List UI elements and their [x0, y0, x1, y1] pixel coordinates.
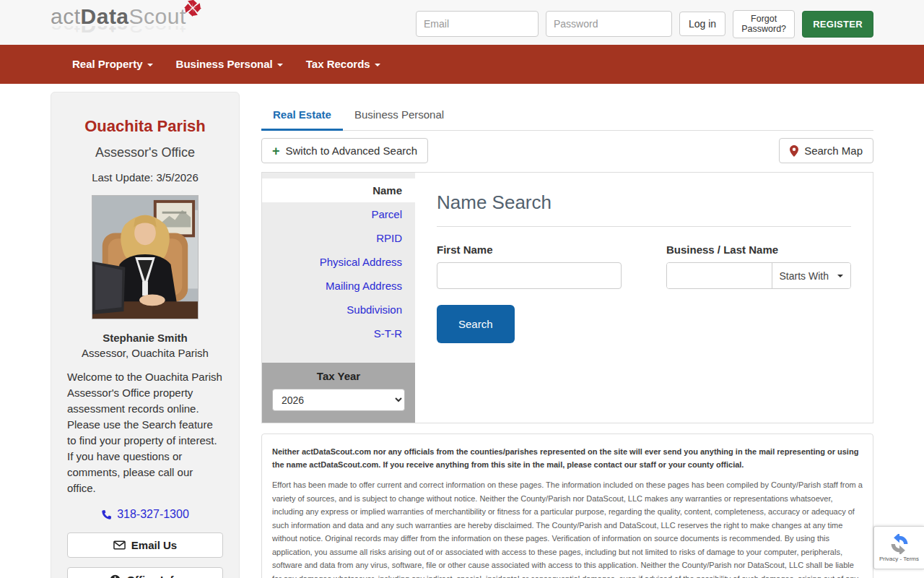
main-navbar: Real Property Business Personal Tax Reco…	[0, 45, 924, 84]
menu-item-parcel[interactable]: Parcel	[262, 202, 415, 226]
search-panel: Name Parcel RPID Physical Address Mailin…	[261, 172, 873, 423]
office-title: Assessor's Office	[67, 145, 223, 160]
search-map-button[interactable]: Search Map	[779, 138, 873, 163]
first-name-input[interactable]	[437, 262, 622, 289]
menu-item-physical-address[interactable]: Physical Address	[262, 250, 415, 274]
search-button[interactable]: Search	[437, 305, 515, 343]
disclaimer-notice: Neither actDataScout.com nor any officia…	[272, 445, 863, 471]
menu-item-name[interactable]: Name	[262, 178, 415, 202]
tab-bar: Real Estate Business Personal	[261, 101, 873, 131]
welcome-text: Welcome to the Ouachita Parish Assessor'…	[67, 369, 223, 496]
email-us-button[interactable]: Email Us	[67, 532, 223, 558]
password-input[interactable]	[546, 11, 672, 37]
assessor-photo	[92, 195, 199, 319]
forgot-password-button[interactable]: Forgot Password?	[733, 10, 795, 38]
recaptcha-icon	[889, 534, 910, 554]
menu-item-subdivision[interactable]: Subdivision	[262, 298, 415, 322]
site-header: actDataScout actDataScout Log	[0, 0, 924, 45]
starts-with-dropdown[interactable]: Starts With	[772, 263, 850, 288]
login-bar: Log in Forgot Password? REGISTER	[416, 10, 873, 38]
tab-business-personal[interactable]: Business Personal	[343, 101, 456, 130]
chevron-down-icon	[147, 64, 153, 66]
last-update: Last Update: 3/5/2026	[67, 171, 223, 184]
logo-reflection: actDataScout	[51, 26, 202, 36]
main-content: Real Estate Business Personal + Switch t…	[261, 101, 873, 578]
phone-icon	[101, 509, 112, 520]
disclaimer-body: Effort has been made to offer current an…	[272, 478, 863, 578]
menu-item-str[interactable]: S-T-R	[262, 322, 415, 345]
chevron-down-icon	[277, 64, 283, 66]
register-button[interactable]: REGISTER	[802, 11, 873, 38]
envelope-icon	[113, 540, 126, 550]
site-logo[interactable]: actDataScout actDataScout	[51, 6, 202, 36]
tax-year-label: Tax Year	[272, 370, 405, 382]
assessor-title: Assessor, Ouachita Parish	[67, 347, 223, 359]
form-title: Name Search	[437, 191, 851, 214]
assessor-name: Stephanie Smith	[67, 332, 223, 344]
divider	[437, 226, 851, 227]
nav-business-personal[interactable]: Business Personal	[165, 45, 295, 84]
last-name-input[interactable]	[667, 263, 772, 288]
tab-real-estate[interactable]: Real Estate	[261, 101, 343, 131]
search-toolbar: + Switch to Advanced Search Search Map	[261, 138, 873, 163]
menu-item-rpid[interactable]: RPID	[262, 226, 415, 250]
chevron-down-icon	[375, 64, 380, 66]
nav-real-property[interactable]: Real Property	[61, 45, 165, 84]
logo-text: actDataScout	[51, 6, 202, 27]
email-input[interactable]	[416, 11, 539, 37]
recaptcha-badge[interactable]: Privacy - Terms	[873, 526, 924, 569]
disclaimer-panel: Neither actDataScout.com nor any officia…	[261, 434, 873, 578]
recaptcha-privacy-terms[interactable]: Privacy - Terms	[879, 556, 919, 562]
tax-year-section: Tax Year 2026	[262, 363, 415, 423]
map-pin-icon	[790, 145, 798, 157]
plus-icon: +	[272, 146, 280, 156]
nav-tax-records[interactable]: Tax Records	[295, 45, 392, 84]
chevron-down-icon	[837, 275, 843, 277]
first-name-label: First Name	[437, 243, 622, 256]
login-button[interactable]: Log in	[679, 12, 725, 36]
last-name-label: Business / Last Name	[666, 243, 851, 256]
county-title: Ouachita Parish	[67, 117, 223, 136]
office-info-button[interactable]: Office Info	[67, 567, 223, 578]
advanced-search-button[interactable]: + Switch to Advanced Search	[261, 138, 428, 163]
phone-link[interactable]: 318-327-1300	[101, 508, 189, 521]
name-search-form: Name Search First Name Business / Last N…	[415, 173, 873, 423]
pinwheel-icon	[183, 0, 202, 17]
search-type-menu: Name Parcel RPID Physical Address Mailin…	[262, 173, 415, 423]
assessor-sidebar: Ouachita Parish Assessor's Office Last U…	[51, 92, 240, 578]
tax-year-select[interactable]: 2026	[272, 389, 405, 411]
menu-item-mailing-address[interactable]: Mailing Address	[262, 274, 415, 298]
info-icon	[110, 574, 121, 578]
